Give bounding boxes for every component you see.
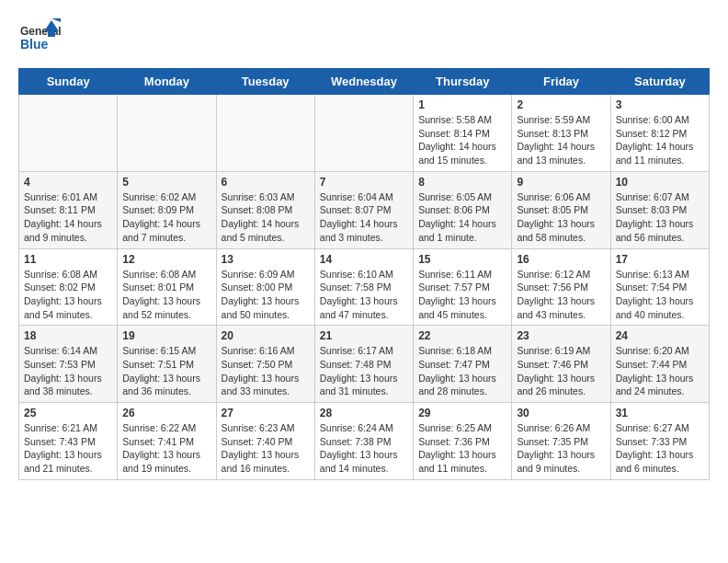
- day-detail: Sunrise: 6:15 AMSunset: 7:51 PMDaylight:…: [122, 344, 210, 398]
- day-detail: Sunrise: 6:12 AMSunset: 7:56 PMDaylight:…: [517, 268, 605, 322]
- sunrise-text: Sunrise: 6:18 AM: [418, 344, 506, 358]
- sunrise-text: Sunrise: 6:25 AM: [418, 421, 506, 435]
- sunset-text: Sunset: 7:51 PM: [122, 358, 210, 372]
- sunrise-text: Sunrise: 6:27 AM: [616, 421, 704, 435]
- day-number: 14: [320, 253, 408, 266]
- day-detail: Sunrise: 6:16 AMSunset: 7:50 PMDaylight:…: [222, 344, 310, 398]
- day-detail: Sunrise: 5:59 AMSunset: 8:13 PMDaylight:…: [517, 113, 605, 167]
- daylight-text: Daylight: 13 hours and 24 minutes.: [616, 372, 704, 398]
- sunrise-text: Sunrise: 6:05 AM: [418, 190, 506, 204]
- calendar-day-cell: 5Sunrise: 6:02 AMSunset: 8:09 PMDaylight…: [118, 171, 216, 248]
- day-number: 4: [24, 176, 112, 189]
- day-detail: Sunrise: 6:17 AMSunset: 7:48 PMDaylight:…: [320, 344, 408, 398]
- weekday-header: Thursday: [414, 69, 512, 95]
- logo: General Blue: [18, 18, 64, 59]
- sunrise-text: Sunrise: 6:14 AM: [24, 344, 112, 358]
- sunset-text: Sunset: 7:57 PM: [418, 281, 506, 294]
- calendar-day-cell: [216, 95, 314, 172]
- day-number: 2: [517, 98, 605, 111]
- day-detail: Sunrise: 5:58 AMSunset: 8:14 PMDaylight:…: [418, 113, 506, 167]
- day-number: 13: [222, 253, 310, 266]
- sunset-text: Sunset: 8:13 PM: [517, 127, 605, 141]
- day-detail: Sunrise: 6:08 AMSunset: 8:02 PMDaylight:…: [24, 268, 112, 322]
- day-number: 26: [122, 407, 210, 419]
- daylight-text: Daylight: 13 hours and 28 minutes.: [418, 372, 506, 398]
- sunset-text: Sunset: 7:48 PM: [320, 358, 408, 372]
- sunrise-text: Sunrise: 5:59 AM: [517, 113, 605, 127]
- calendar-day-cell: 7Sunrise: 6:04 AMSunset: 8:07 PMDaylight…: [314, 171, 413, 248]
- daylight-text: Daylight: 13 hours and 21 minutes.: [24, 448, 112, 475]
- calendar-day-cell: 24Sunrise: 6:20 AMSunset: 7:44 PMDayligh…: [610, 326, 709, 403]
- day-detail: Sunrise: 6:10 AMSunset: 7:58 PMDaylight:…: [320, 268, 408, 322]
- calendar-table: SundayMondayTuesdayWednesdayThursdayFrid…: [18, 68, 710, 480]
- calendar-day-cell: 16Sunrise: 6:12 AMSunset: 7:56 PMDayligh…: [512, 248, 610, 326]
- sunset-text: Sunset: 7:36 PM: [418, 435, 506, 449]
- day-number: 25: [24, 407, 112, 419]
- sunrise-text: Sunrise: 6:04 AM: [320, 190, 408, 204]
- calendar-day-cell: [314, 95, 413, 172]
- day-number: 28: [320, 407, 408, 419]
- sunset-text: Sunset: 7:47 PM: [418, 358, 506, 372]
- day-number: 21: [320, 329, 408, 342]
- sunset-text: Sunset: 7:33 PM: [616, 435, 704, 449]
- calendar-week-row: 25Sunrise: 6:21 AMSunset: 7:43 PMDayligh…: [19, 403, 710, 480]
- sunrise-text: Sunrise: 5:58 AM: [418, 113, 506, 127]
- daylight-text: Daylight: 14 hours and 3 minutes.: [320, 217, 408, 244]
- day-detail: Sunrise: 6:08 AMSunset: 8:01 PMDaylight:…: [122, 268, 210, 322]
- sunset-text: Sunset: 7:53 PM: [24, 358, 112, 372]
- calendar-day-cell: 31Sunrise: 6:27 AMSunset: 7:33 PMDayligh…: [610, 403, 709, 480]
- weekday-header: Saturday: [610, 69, 709, 95]
- day-detail: Sunrise: 6:19 AMSunset: 7:46 PMDaylight:…: [517, 344, 605, 398]
- calendar-day-cell: 4Sunrise: 6:01 AMSunset: 8:11 PMDaylight…: [19, 171, 118, 248]
- calendar-day-cell: 19Sunrise: 6:15 AMSunset: 7:51 PMDayligh…: [118, 326, 216, 403]
- sunset-text: Sunset: 8:12 PM: [616, 127, 704, 141]
- calendar-week-row: 4Sunrise: 6:01 AMSunset: 8:11 PMDaylight…: [19, 171, 710, 248]
- calendar-day-cell: [118, 95, 216, 172]
- day-number: 16: [517, 253, 605, 266]
- calendar-day-cell: 17Sunrise: 6:13 AMSunset: 7:54 PMDayligh…: [610, 248, 709, 326]
- svg-text:Blue: Blue: [20, 37, 49, 52]
- sunrise-text: Sunrise: 6:23 AM: [222, 421, 310, 435]
- sunset-text: Sunset: 8:11 PM: [24, 203, 112, 217]
- sunset-text: Sunset: 7:46 PM: [517, 358, 605, 372]
- sunrise-text: Sunrise: 6:24 AM: [320, 421, 408, 435]
- daylight-text: Daylight: 13 hours and 33 minutes.: [222, 372, 310, 398]
- sunset-text: Sunset: 7:44 PM: [616, 358, 704, 372]
- day-detail: Sunrise: 6:14 AMSunset: 7:53 PMDaylight:…: [24, 344, 112, 398]
- calendar-day-cell: 21Sunrise: 6:17 AMSunset: 7:48 PMDayligh…: [314, 326, 413, 403]
- calendar-day-cell: 13Sunrise: 6:09 AMSunset: 8:00 PMDayligh…: [216, 248, 314, 326]
- sunrise-text: Sunrise: 6:19 AM: [517, 344, 605, 358]
- day-detail: Sunrise: 6:04 AMSunset: 8:07 PMDaylight:…: [320, 190, 408, 245]
- day-number: 5: [122, 176, 210, 189]
- day-detail: Sunrise: 6:06 AMSunset: 8:05 PMDaylight:…: [517, 190, 605, 245]
- sunrise-text: Sunrise: 6:08 AM: [24, 268, 112, 282]
- calendar-day-cell: 25Sunrise: 6:21 AMSunset: 7:43 PMDayligh…: [19, 403, 118, 480]
- day-detail: Sunrise: 6:22 AMSunset: 7:41 PMDaylight:…: [122, 421, 210, 476]
- daylight-text: Daylight: 13 hours and 43 minutes.: [517, 294, 605, 321]
- daylight-text: Daylight: 13 hours and 31 minutes.: [320, 372, 408, 398]
- day-number: 10: [616, 176, 704, 189]
- sunrise-text: Sunrise: 6:21 AM: [24, 421, 112, 435]
- calendar-week-row: 18Sunrise: 6:14 AMSunset: 7:53 PMDayligh…: [19, 326, 710, 403]
- sunrise-text: Sunrise: 6:11 AM: [418, 268, 506, 282]
- weekday-header: Wednesday: [314, 69, 413, 95]
- sunrise-text: Sunrise: 6:17 AM: [320, 344, 408, 358]
- sunrise-text: Sunrise: 6:09 AM: [222, 268, 310, 282]
- sunrise-text: Sunrise: 6:12 AM: [517, 268, 605, 282]
- daylight-text: Daylight: 13 hours and 47 minutes.: [320, 294, 408, 321]
- day-number: 12: [122, 253, 210, 266]
- daylight-text: Daylight: 13 hours and 38 minutes.: [24, 372, 112, 398]
- sunrise-text: Sunrise: 6:22 AM: [122, 421, 210, 435]
- calendar-day-cell: 30Sunrise: 6:26 AMSunset: 7:35 PMDayligh…: [512, 403, 610, 480]
- daylight-text: Daylight: 13 hours and 45 minutes.: [418, 294, 506, 321]
- daylight-text: Daylight: 13 hours and 54 minutes.: [24, 294, 112, 321]
- weekday-header: Sunday: [19, 69, 118, 95]
- weekday-header: Monday: [118, 69, 216, 95]
- sunset-text: Sunset: 8:05 PM: [517, 203, 605, 217]
- day-number: 18: [24, 329, 112, 342]
- day-detail: Sunrise: 6:03 AMSunset: 8:08 PMDaylight:…: [222, 190, 310, 245]
- day-number: 15: [418, 253, 506, 266]
- day-detail: Sunrise: 6:13 AMSunset: 7:54 PMDaylight:…: [616, 268, 704, 322]
- daylight-text: Daylight: 13 hours and 26 minutes.: [517, 372, 605, 398]
- daylight-text: Daylight: 13 hours and 19 minutes.: [122, 448, 210, 475]
